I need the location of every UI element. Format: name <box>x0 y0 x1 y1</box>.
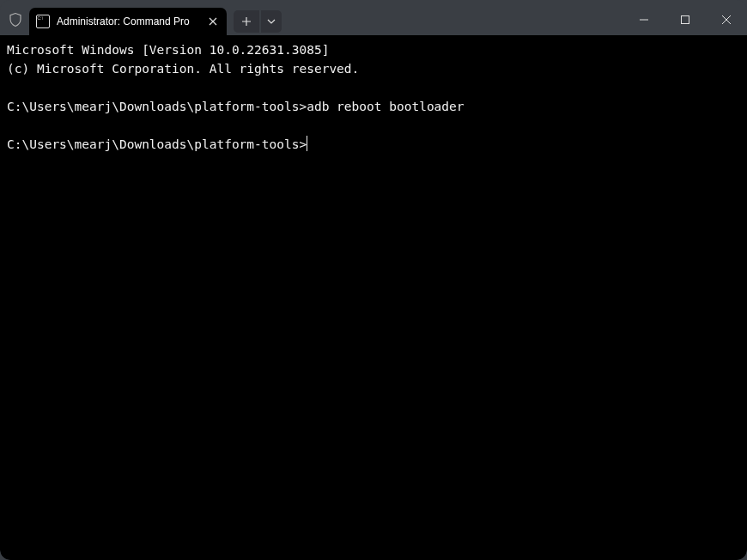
output-line: (c) Microsoft Corporation. All rights re… <box>7 62 359 76</box>
shield-icon <box>7 12 24 27</box>
new-tab-group <box>234 10 282 33</box>
tab-title: Administrator: Command Pro <box>57 15 204 27</box>
title-bar: Administrator: Command Pro <box>0 0 747 35</box>
prompt: C:\Users\mearj\Downloads\platform-tools> <box>7 100 307 113</box>
output-line: Microsoft Windows [Version 10.0.22631.30… <box>7 43 329 57</box>
close-window-button[interactable] <box>706 4 747 35</box>
command-text: adb reboot bootloader <box>307 100 464 113</box>
cmd-icon <box>36 15 50 28</box>
new-tab-dropdown[interactable] <box>261 10 282 33</box>
close-tab-icon[interactable] <box>204 13 222 30</box>
cursor <box>307 136 307 151</box>
minimize-button[interactable] <box>623 4 665 35</box>
window-controls <box>623 4 747 35</box>
svg-rect-0 <box>682 16 689 24</box>
active-tab[interactable]: Administrator: Command Pro <box>29 8 227 35</box>
prompt: C:\Users\mearj\Downloads\platform-tools> <box>7 137 307 151</box>
new-tab-button[interactable] <box>234 10 259 33</box>
maximize-button[interactable] <box>665 4 706 35</box>
terminal-output[interactable]: Microsoft Windows [Version 10.0.22631.30… <box>0 35 747 560</box>
window-frame: Administrator: Command Pro <box>0 0 747 560</box>
